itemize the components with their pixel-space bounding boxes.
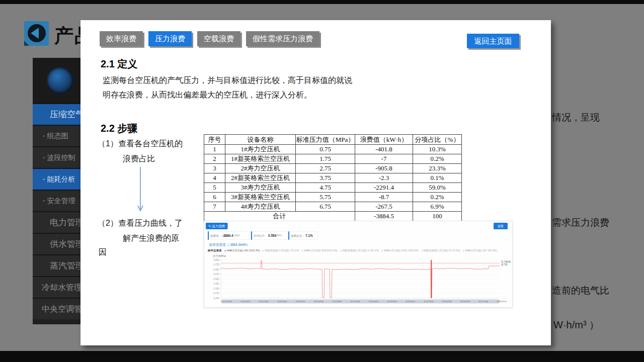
table-cell: -267.5 (355, 202, 413, 212)
table-header-cell: 设备名称 (225, 135, 296, 145)
svg-text:0.725: 0.725 (213, 263, 219, 266)
table-cell: 5.75 (296, 193, 355, 202)
table-header-cell: 浪费值（kW·h） (355, 135, 413, 145)
table-cell: 0.1% (413, 173, 462, 183)
waste-table: 序号设备名称标准压力值（MPa）浪费值（kW·h）分项占比（%）11#寿力空压机… (204, 134, 462, 221)
table-cell: 100 (413, 212, 462, 221)
screenshot-content: ✎ 压力浪费 设置 浪费值：-3884.4(kWh)平均压力：0.554MPa浪… (204, 221, 512, 307)
steps-heading: 2.2 步骤 (101, 122, 137, 135)
bg-text-fragment-1: 情况，呈现 (552, 111, 600, 124)
step2-line-2: 解产生浪费的原 (123, 233, 179, 244)
table-cell: 1#寿力空压机 (225, 145, 296, 154)
table-row: 32#寿力空压机2.75-905.823.3% (204, 164, 462, 173)
table-row: 42#新英格索兰空压机3.75-2.30.1% (204, 173, 462, 183)
table-cell: -3884.5 (355, 212, 413, 221)
definition-line-1: 监测每台空压机的产气压力，并与目标值进行比较，高于目标值的就说 (103, 75, 352, 86)
step2-line-3: 因 (99, 247, 107, 258)
svg-text:02-01 18:00: 02-01 18:00 (222, 301, 232, 303)
table-header-row: 序号设备名称标准压力值（MPa）浪费值（kW·h）分项占比（%） (204, 135, 462, 145)
table-row: 21#新英格索兰空压机1.75-70.2% (204, 154, 462, 164)
step1-line-2: 浪费占比 (123, 154, 155, 164)
table-cell: 23.3% (413, 164, 462, 173)
legend-item-3: ● 2#寿力空压机(-905.8/23.3%) (302, 249, 338, 252)
table-cell: -2291.4 (355, 183, 413, 193)
svg-text:02-21 23:40: 02-21 23:40 (424, 301, 433, 303)
legend-item-1: ● 1#寿力空压机(-401.8/10.3%) (224, 249, 260, 252)
down-arrow-icon (136, 166, 145, 213)
table-row: 63#新英格索兰空压机5.75-8.70.2% (204, 193, 462, 202)
presentation-stage: 产品 匠 压缩空气管理- 组态图- 波段控制- 能耗分析- 安全管理电力管理供水… (0, 0, 644, 362)
table-cell: 1.75 (296, 154, 355, 164)
tab-4[interactable]: 假性需求压力浪费 (246, 31, 319, 46)
legend-title: 际宇总管道 (208, 249, 222, 252)
table-cell: 2.75 (296, 164, 355, 173)
icon-fold-corner (24, 41, 29, 46)
table-cell: 4 (204, 173, 225, 183)
back-play-icon[interactable] (24, 21, 49, 46)
table-cell: 2#新英格索兰空压机 (225, 173, 296, 183)
bg-text-fragment-4: W·h/m³ ） (553, 318, 599, 332)
svg-text:压力(MPa): 压力(MPa) (213, 254, 226, 257)
table-cell: 合计 (204, 212, 355, 221)
embedded-app-screenshot: ✎ 压力浪费 设置 浪费值：-3884.4(kWh)平均压力：0.554MPa浪… (204, 221, 513, 308)
table-cell: 6.75 (296, 202, 355, 212)
table-cell: 7 (204, 202, 225, 212)
table-cell: 5 (204, 183, 225, 193)
chart-legend: 际宇总管道● 1#寿力空压机(-401.8/10.3%)● 1#新英格索兰空压机… (208, 248, 510, 252)
svg-text:0.350: 0.350 (213, 288, 219, 290)
table-header-cell: 标准压力值（MPa） (296, 135, 355, 145)
company-logo-icon (47, 67, 73, 94)
bg-text-fragment-2: 需求压力浪费 (552, 216, 609, 229)
table-cell: 6.9% (413, 202, 462, 212)
pressure-waste-modal: 效率浪费压力浪费空载浪费假性需求压力浪费 返回主页面 2.1 定义 监测每台空压… (80, 20, 551, 345)
table-cell: 0.2% (413, 154, 462, 164)
bottom-black-bar (0, 351, 644, 362)
tab-3[interactable]: 空载浪费 (197, 31, 240, 46)
definition-line-2: 明存在浪费，从而找出偏差最大的空压机，进行深入分析。 (103, 90, 312, 101)
table-row: 74#寿力空压机6.75-267.56.9% (204, 202, 462, 212)
svg-text:02-16 04:40: 02-16 04:40 (369, 301, 378, 303)
table-cell: 3#新英格索兰空压机 (225, 193, 296, 202)
top-black-bar (0, 0, 644, 4)
stat-box-3: 浪费占比：7.1% (288, 231, 317, 240)
table-cell: -8.7 (355, 193, 413, 202)
legend-item-4: ● 2#新英格索兰空压机(-2.3/0.1%) (340, 249, 379, 252)
stat-box-2: 平均压力：0.554MPa (251, 231, 287, 240)
return-home-button[interactable]: 返回主页面 (467, 34, 519, 48)
svg-text:0.575: 0.575 (213, 273, 219, 276)
table-row: 11#寿力空压机0.75-401.810.3% (204, 145, 462, 154)
svg-text:02-27 18:40: 02-27 18:40 (479, 301, 489, 303)
table-cell: -2.3 (355, 173, 413, 183)
table-cell: 3.75 (296, 173, 355, 183)
table-cell: 1#新英格索兰空压机 (225, 154, 296, 164)
pressure-line-chart: 压力(MPa)0.8000.7250.6500.5750.5000.4250.3… (206, 253, 511, 306)
legend-item-7: ● 4#寿力空压机(-267.5/6.9%) (462, 249, 497, 252)
icon-left-triangle (31, 28, 39, 39)
table-cell: 3 (204, 164, 225, 173)
table-cell: 4#寿力空压机 (225, 202, 296, 212)
svg-text:02-06 13:00: 02-06 13:00 (277, 301, 287, 303)
table-cell: 59.0% (413, 183, 462, 193)
table-cell: 0.2% (413, 193, 462, 202)
step1-line-1: （1）查看各台空压机的 (98, 139, 183, 149)
tab-2[interactable]: 压力浪费 (148, 31, 192, 46)
step2-line-1: （2）查看压力曲线，了 (98, 218, 183, 229)
svg-text:02-28 02:00: 02-28 02:00 (497, 301, 507, 303)
svg-text:02-10 09:40: 02-10 09:40 (314, 301, 324, 303)
stat-box-1: 浪费值：-3884.4(kWh) (208, 231, 250, 240)
table-cell: 2 (204, 154, 225, 164)
svg-text:(0.75): (0.75) (501, 263, 508, 266)
table-cell: 6 (204, 193, 225, 202)
legend-item-6: ● 3#新英格索兰空压机(-8.7/0.2%) (421, 249, 460, 252)
svg-text:02-25 20:20: 02-25 20:20 (460, 301, 470, 303)
svg-text:02-02 16:20: 02-02 16:20 (240, 301, 250, 303)
svg-text:02-04 14:40: 02-04 14:40 (259, 301, 269, 303)
svg-text:0.500: 0.500 (213, 278, 219, 281)
table-cell: -7 (355, 154, 413, 164)
table-cell: 4.75 (296, 183, 355, 193)
tab-1[interactable]: 效率浪费 (100, 31, 143, 46)
screenshot-pressure-tab: ✎ 压力浪费 (206, 223, 227, 229)
table-cell: -401.8 (355, 145, 413, 154)
legend-item-2: ● 1#新英格索兰空压机(-7/0.2%) (262, 249, 299, 252)
svg-text:0.650: 0.650 (213, 268, 219, 271)
